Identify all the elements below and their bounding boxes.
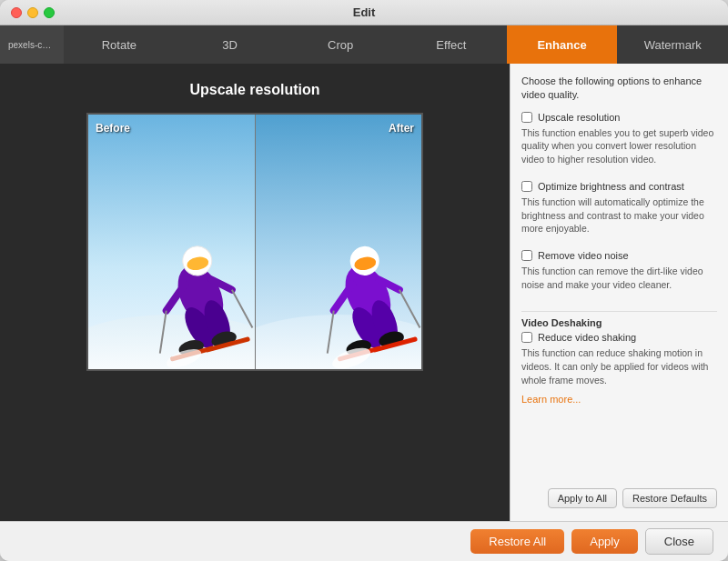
- deshaking-label[interactable]: Reduce video shaking: [538, 332, 636, 343]
- noise-label[interactable]: Remove video noise: [538, 250, 629, 261]
- tab-enhance[interactable]: Enhance: [507, 25, 618, 64]
- brightness-checkbox[interactable]: [521, 181, 532, 192]
- tab-rotate[interactable]: Rotate: [64, 25, 175, 64]
- deshaking-desc: This function can reduce shaking motion …: [521, 346, 717, 386]
- close-button[interactable]: [11, 7, 22, 18]
- deshaking-checkbox[interactable]: [521, 332, 532, 343]
- title-bar: Edit: [0, 0, 728, 25]
- noise-row: Remove video noise: [521, 250, 717, 261]
- before-image: [88, 115, 255, 369]
- thumbnail-wrapper: pexels-cot...: [0, 25, 64, 64]
- preview-title: Upscale resolution: [189, 82, 319, 98]
- window-controls: [11, 7, 55, 18]
- close-dialog-button[interactable]: Close: [645, 528, 713, 555]
- brightness-label[interactable]: Optimize brightness and contrast: [538, 181, 684, 192]
- before-after-container: Before: [86, 113, 423, 371]
- main-content: Upscale resolution Before: [0, 64, 728, 521]
- right-panel: Choose the following options to enhance …: [510, 64, 728, 521]
- after-image: [256, 115, 422, 369]
- apply-to-row: Apply to All Restore Defaults: [521, 488, 717, 508]
- maximize-button[interactable]: [44, 7, 55, 18]
- after-panel: After: [256, 115, 422, 369]
- restore-defaults-button[interactable]: Restore Defaults: [622, 488, 717, 508]
- before-label: Before: [96, 122, 130, 135]
- deshaking-section-label: Video Deshaking: [521, 317, 717, 328]
- apply-to-all-button[interactable]: Apply to All: [548, 488, 617, 508]
- restore-all-button[interactable]: Restore All: [470, 529, 564, 554]
- before-panel: Before: [88, 115, 256, 369]
- upscale-row: Upscale resolution: [521, 112, 717, 123]
- tab-effect[interactable]: Effect: [396, 25, 507, 64]
- main-window: Edit pexels-cot... Rotate 3D Crop Effect…: [0, 0, 728, 561]
- intro-text: Choose the following options to enhance …: [521, 75, 717, 103]
- brightness-desc: This function will automatically optimiz…: [521, 195, 717, 235]
- upscale-checkbox[interactable]: [521, 112, 532, 123]
- tab-3d[interactable]: 3D: [175, 25, 286, 64]
- minimize-button[interactable]: [27, 7, 38, 18]
- tabs-bar: pexels-cot... Rotate 3D Crop Effect Enha…: [0, 25, 728, 64]
- noise-checkbox[interactable]: [521, 250, 532, 261]
- tab-watermark[interactable]: Watermark: [617, 25, 728, 64]
- deshaking-row: Reduce video shaking: [521, 332, 717, 343]
- apply-button[interactable]: Apply: [571, 529, 638, 554]
- upscale-desc: This function enables you to get superb …: [521, 126, 717, 166]
- deshaking-group: Video Deshaking Reduce video shaking Thi…: [521, 317, 717, 405]
- after-label: After: [389, 122, 414, 135]
- tab-crop[interactable]: Crop: [285, 25, 396, 64]
- brightness-group: Optimize brightness and contrast This fu…: [521, 181, 717, 243]
- window-title: Edit: [353, 5, 376, 19]
- before-skier-svg: [88, 115, 255, 369]
- bottom-bar: Restore All Apply Close: [0, 521, 728, 561]
- divider: [521, 311, 717, 312]
- upscale-label[interactable]: Upscale resolution: [538, 112, 621, 123]
- learn-more-link[interactable]: Learn more...: [521, 394, 717, 405]
- noise-group: Remove video noise This function can rem…: [521, 250, 717, 298]
- after-skier-svg: [256, 115, 422, 369]
- thumbnail-label: pexels-cot...: [5, 40, 59, 50]
- brightness-row: Optimize brightness and contrast: [521, 181, 717, 192]
- upscale-group: Upscale resolution This function enables…: [521, 112, 717, 174]
- preview-area: Upscale resolution Before: [0, 64, 510, 521]
- noise-desc: This function can remove the dirt-like v…: [521, 265, 717, 291]
